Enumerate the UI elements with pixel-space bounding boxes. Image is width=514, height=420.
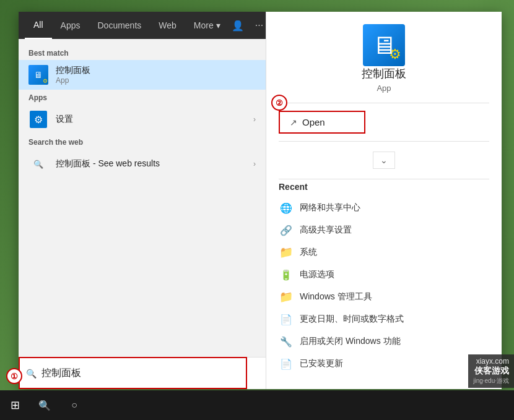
- right-panel: 🖥 ⚙ 控制面板 App ② ↗ Open ⌄: [266, 12, 502, 389]
- watermark-text: 侠客游戏: [474, 366, 509, 377]
- apps-header: Apps: [19, 90, 266, 105]
- taskbar-search-button[interactable]: 🔍: [30, 390, 59, 420]
- recent-item-4[interactable]: 📁 Windows 管理工具: [279, 286, 489, 308]
- tabs-left: All Apps Documents Web More ▾: [25, 12, 229, 39]
- person-icon-button[interactable]: 👤: [229, 17, 246, 34]
- app-detail-type: App: [377, 84, 391, 93]
- recent-item-0[interactable]: 🌐 网络和共享中心: [279, 197, 489, 219]
- annotation-1: ①: [6, 368, 22, 384]
- recent-icon-1: 🔗: [279, 223, 294, 238]
- search-input[interactable]: [41, 368, 258, 379]
- desktop: All Apps Documents Web More ▾: [0, 0, 514, 420]
- recent-header: Recent: [279, 179, 489, 197]
- tab-more[interactable]: More ▾: [185, 12, 229, 39]
- recent-text-5: 更改日期、时间或数字格式: [300, 314, 404, 325]
- watermark-sub: jing·edu·游戏: [473, 377, 509, 385]
- recent-text-2: 系统: [300, 247, 317, 258]
- recent-item-5[interactable]: 📄 更改日期、时间或数字格式: [279, 308, 489, 330]
- taskbar-search-icon: 🔍: [38, 400, 51, 411]
- best-match-header: Best match: [19, 45, 266, 60]
- best-match-item[interactable]: 🖥 ⚙ 控制面板 App: [19, 60, 266, 90]
- recent-icon-4: 📁: [279, 289, 294, 304]
- recent-item-1[interactable]: 🔗 高级共享设置: [279, 219, 489, 241]
- apps-settings-text: 设置: [56, 114, 246, 125]
- tab-all[interactable]: All: [25, 12, 52, 39]
- recent-item-6[interactable]: 🔧 启用或关闭 Windows 功能: [279, 330, 489, 353]
- recent-icon-7: 📄: [279, 356, 294, 371]
- web-search-arrow: ›: [253, 160, 256, 168]
- recent-icon-5: 📄: [279, 312, 294, 327]
- apps-settings-item[interactable]: ⚙ 设置 ›: [19, 105, 266, 134]
- ellipsis-icon-button[interactable]: ···: [253, 17, 266, 33]
- open-icon: ↗: [290, 118, 297, 127]
- tabs-right: 👤 ···: [229, 17, 266, 34]
- open-btn-area: ② ↗ Open: [279, 103, 489, 142]
- app-detail-name: 控制面板: [362, 66, 406, 81]
- recent-section: Recent 🌐 网络和共享中心 🔗 高级共享设置 📁 系统 🔋 电源选项: [279, 179, 489, 383]
- search-window: All Apps Documents Web More ▾: [19, 12, 502, 389]
- apps-settings-arrow: ›: [253, 115, 256, 124]
- web-search-text: 控制面板 - See web results: [56, 158, 246, 169]
- recent-text-7: 已安装更新: [300, 358, 343, 369]
- apps-section: Apps ⚙ 设置 ›: [19, 90, 266, 134]
- tab-web[interactable]: Web: [150, 12, 185, 39]
- tab-documents[interactable]: Documents: [89, 12, 150, 39]
- recent-icon-2: 📁: [279, 245, 294, 260]
- control-panel-icon-lg: 🖥 ⚙: [363, 24, 405, 66]
- recent-icon-0: 🌐: [279, 200, 294, 215]
- watermark-site: xiayx.com: [476, 357, 509, 366]
- taskbar: ⊞ 🔍 ○: [0, 390, 514, 420]
- recent-text-0: 网络和共享中心: [300, 202, 360, 213]
- web-section: Search the web 🔍 控制面板 - See web results …: [19, 134, 266, 179]
- web-header: Search the web: [19, 134, 266, 149]
- best-match-text: 控制面板 App: [56, 65, 256, 85]
- taskbar-cortana-button[interactable]: ○: [59, 390, 89, 420]
- recent-icon-6: 🔧: [279, 334, 294, 349]
- search-results: Best match 🖥 ⚙ 控制面板 App: [19, 39, 266, 357]
- start-button[interactable]: ⊞: [0, 390, 30, 420]
- recent-item-7[interactable]: 📄 已安装更新: [279, 353, 489, 375]
- app-detail: 🖥 ⚙ 控制面板 App: [279, 24, 489, 103]
- chevron-down-button[interactable]: ⌄: [373, 152, 395, 169]
- control-panel-icon-sm: 🖥 ⚙: [28, 65, 48, 85]
- settings-icon-sm: ⚙: [28, 109, 48, 129]
- recent-item-3[interactable]: 🔋 电源选项: [279, 264, 489, 286]
- web-search-item[interactable]: 🔍 控制面板 - See web results ›: [19, 149, 266, 179]
- recent-text-6: 启用或关闭 Windows 功能: [300, 336, 401, 347]
- recent-item-2[interactable]: 📁 系统: [279, 241, 489, 264]
- recent-text-1: 高级共享设置: [300, 225, 352, 236]
- chevron-down-icon: ⌄: [380, 155, 388, 165]
- left-panel: All Apps Documents Web More ▾: [19, 12, 266, 389]
- search-icon: 🔍: [26, 369, 37, 379]
- recent-icon-3: 🔋: [279, 267, 294, 282]
- watermark-brand: 侠客游戏: [474, 366, 509, 377]
- tab-apps[interactable]: Apps: [52, 12, 89, 39]
- start-icon: ⊞: [11, 398, 20, 412]
- recent-text-3: 电源选项: [300, 269, 334, 280]
- recent-text-4: Windows 管理工具: [300, 291, 372, 302]
- watermark: xiayx.com 侠客游戏 jing·edu·游戏: [468, 354, 514, 388]
- search-input-area: 🔍 ①: [19, 357, 266, 389]
- search-web-icon: 🔍: [28, 154, 48, 174]
- cortana-icon: ○: [71, 400, 77, 411]
- more-arrow-icon: ▾: [216, 20, 220, 30]
- open-button[interactable]: ↗ Open: [279, 111, 365, 134]
- tab-bar: All Apps Documents Web More ▾: [19, 12, 266, 39]
- annotation-2: ②: [271, 95, 287, 111]
